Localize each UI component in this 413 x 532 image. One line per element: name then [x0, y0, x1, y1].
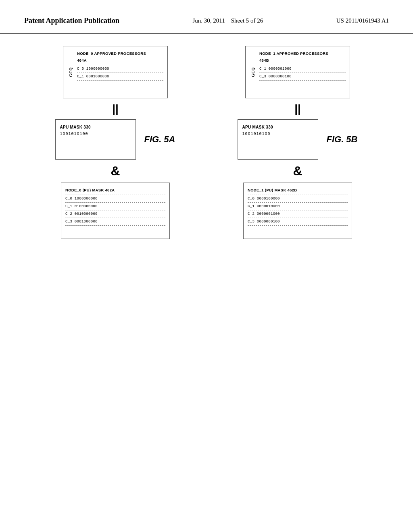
left-bottom-div5 — [65, 225, 165, 226]
sheet-info: Sheet 5 of 26 — [231, 17, 263, 24]
patent-number: US 2011/0161943 A1 — [336, 16, 389, 25]
pub-date: Jun. 30, 2011 — [192, 17, 225, 24]
right-top-row2: C_3 0000000100 — [259, 75, 346, 79]
right-mid-content: APU MASK 330 1001010100 — [242, 123, 314, 156]
left-bottom-div2 — [65, 202, 165, 203]
page-header: Patent Application Publication Jun. 30, … — [0, 0, 413, 34]
right-column: GCQ NODE_1 APPROVED PROCESSORS 464B C_1 … — [216, 46, 380, 239]
left-bottom-content: NODE_0 (PU) MASK 462A C_0 1000000000 C_1… — [65, 186, 165, 235]
fig-5b-label: FIG. 5B — [326, 134, 357, 145]
left-top-row1: C_0 1000000000 — [77, 67, 163, 71]
fig-5a-label: FIG. 5A — [144, 134, 175, 145]
right-bottom-row2: C_1 0000010000 — [248, 204, 348, 208]
right-bottom-title: NODE_1 (PU) MASK 462B — [248, 188, 348, 192]
left-column: GCQ NODE_0 APPROVED PROCESSORS 464A C_0 … — [33, 46, 198, 239]
left-and-op: & — [111, 164, 120, 179]
right-top-divider1 — [259, 65, 346, 65]
left-top-divider2 — [77, 73, 163, 73]
left-top-box: GCQ NODE_0 APPROVED PROCESSORS 464A C_0 … — [63, 46, 168, 98]
left-top-row2: C_1 0001000000 — [77, 75, 163, 79]
right-bottom-row1: C_0 0000100000 — [248, 197, 348, 201]
right-top-box-content: NODE_1 APPROVED PROCESSORS 464B C_1 0000… — [259, 50, 346, 95]
left-top-id: 464A — [77, 58, 163, 62]
left-equals-op: || — [112, 102, 119, 115]
right-bottom-box: NODE_1 (PU) MASK 462B C_0 0000100000 C_1… — [243, 183, 352, 239]
left-mid-content: APU MASK 330 1001010100 — [60, 123, 131, 156]
left-bottom-div4 — [65, 218, 165, 218]
right-top-divider2 — [259, 73, 346, 73]
right-bottom-content: NODE_1 (PU) MASK 462B C_0 0000100000 C_1… — [248, 186, 348, 235]
left-top-gcq-label: GCQ — [67, 50, 74, 95]
right-top-divider3 — [259, 80, 346, 81]
top-row: GCQ NODE_0 APPROVED PROCESSORS 464A C_0 … — [24, 46, 389, 239]
publication-date-sheet: Jun. 30, 2011 Sheet 5 of 26 — [192, 16, 263, 25]
left-mid-value: 1001010100 — [60, 132, 131, 136]
right-top-box: GCQ NODE_1 APPROVED PROCESSORS 464B C_1 … — [245, 46, 350, 98]
left-bottom-title: NODE_0 (PU) MASK 462A — [65, 188, 165, 192]
right-bottom-div3 — [248, 210, 348, 210]
left-top-divider1 — [77, 65, 163, 65]
left-mid-label: APU MASK 330 — [60, 125, 131, 129]
right-and-op: & — [293, 164, 302, 179]
right-bottom-row3: C_2 0000001000 — [248, 212, 348, 216]
right-bottom-div1 — [248, 195, 348, 195]
left-top-title: NODE_0 APPROVED PROCESSORS — [77, 51, 163, 56]
left-bottom-div3 — [65, 210, 165, 210]
publication-title: Patent Application Publication — [24, 16, 119, 25]
left-top-box-content: NODE_0 APPROVED PROCESSORS 464A C_0 1000… — [77, 50, 163, 95]
right-bottom-div5 — [248, 225, 348, 226]
right-bottom-div2 — [248, 202, 348, 203]
left-top-divider3 — [77, 80, 163, 81]
right-mid-label: APU MASK 330 — [242, 125, 314, 129]
left-bottom-div1 — [65, 195, 165, 195]
right-mid-box: APU MASK 330 1001010100 — [238, 119, 318, 160]
right-mid-value: 1001010100 — [242, 132, 314, 136]
right-bottom-row4: C_3 0000000100 — [248, 220, 348, 224]
left-bottom-row2: C_1 0100000000 — [65, 204, 165, 208]
right-top-title: NODE_1 APPROVED PROCESSORS — [259, 51, 346, 56]
right-top-id: 464B — [259, 58, 346, 62]
left-bottom-row1: C_0 1000000000 — [65, 197, 165, 201]
main-content: GCQ NODE_0 APPROVED PROCESSORS 464A C_0 … — [0, 34, 413, 259]
right-top-row1: C_1 0000001000 — [259, 67, 346, 71]
left-bottom-row3: C_2 0010000000 — [65, 212, 165, 216]
left-bottom-box: NODE_0 (PU) MASK 462A C_0 1000000000 C_1… — [61, 183, 170, 239]
right-equals-op: || — [294, 102, 301, 115]
right-top-gcq-label: GCQ — [250, 50, 256, 95]
left-bottom-row4: C_3 0001000000 — [65, 220, 165, 224]
left-mid-box: APU MASK 330 1001010100 — [55, 119, 136, 160]
right-bottom-div4 — [248, 218, 348, 218]
